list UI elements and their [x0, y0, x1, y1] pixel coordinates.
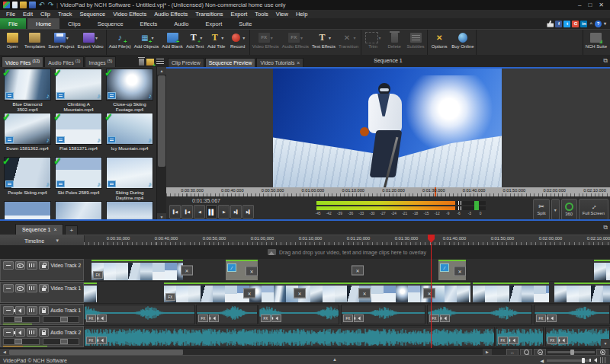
slider-handle[interactable] — [60, 339, 68, 344]
mixer-button[interactable] — [27, 284, 37, 292]
media-item-skiing-during-daytime-mp4[interactable]: ♪Skiing During Daytime.mp4 — [104, 157, 155, 201]
slider-handle[interactable] — [14, 339, 22, 344]
view-360-button[interactable]: 360 — [561, 199, 577, 220]
dropdown-icon[interactable]: ▾ — [379, 35, 381, 40]
audio-clip[interactable]: FX — [496, 327, 544, 346]
preview-seek-ruler[interactable]: 0:00:30.0000:00:40.0000:00:50.0000:01:00… — [166, 187, 610, 196]
speaker-icon[interactable] — [271, 315, 281, 322]
menu-audio-effects[interactable]: Audio Effects — [150, 11, 191, 18]
speaker-icon[interactable] — [209, 315, 219, 322]
scroll-up-icon[interactable]: ▲ — [157, 67, 166, 75]
menu-track[interactable]: Track — [54, 11, 75, 18]
media-item-blue-diamond-3502-mp4[interactable]: ♪✓Blue Diamond 3502.mp4 — [2, 69, 53, 113]
close-icon[interactable]: × — [297, 60, 300, 65]
tab-video-tutorials[interactable]: Video Tutorials× — [256, 58, 303, 67]
media-item-icy-mountain-mp4[interactable]: ♪✓Icy Mountain.mp4 — [104, 113, 155, 157]
tab-audio-files[interactable]: Audio Files (1) — [44, 56, 84, 67]
ribbon-tab-home[interactable]: Home — [27, 18, 59, 29]
collapse-track-button[interactable] — [3, 284, 14, 292]
collapse-track-button[interactable] — [3, 306, 14, 315]
options-button[interactable]: ✕Options — [429, 30, 450, 56]
like-icon[interactable] — [547, 21, 554, 27]
speaker-icon[interactable] — [547, 315, 557, 322]
tab-video-files[interactable]: Video Files (12) — [2, 56, 43, 67]
fx-icon[interactable]: FX — [165, 293, 175, 301]
go-to-start-button[interactable]: ▌◀ — [169, 205, 181, 219]
collapse-track-button[interactable] — [3, 328, 14, 337]
visibility-button[interactable] — [15, 284, 26, 292]
media-item[interactable]: ♪ — [104, 201, 155, 221]
fx-icon[interactable]: FX — [498, 337, 508, 344]
facebook-icon[interactable]: f — [555, 21, 562, 27]
fx-icon[interactable]: FX — [198, 315, 208, 322]
transition-icon[interactable]: ✕ — [352, 265, 364, 275]
lock-button[interactable] — [39, 306, 50, 315]
fx-icon[interactable]: FX — [547, 337, 557, 344]
fx-icon[interactable]: FX — [86, 315, 96, 322]
speaker-icon[interactable] — [354, 315, 364, 322]
export-video-button[interactable]: ▾Export Video — [75, 30, 104, 56]
menu-clip[interactable]: Clip — [37, 11, 54, 18]
video-clip[interactable]: ∕✕ — [438, 260, 466, 280]
volume-slider[interactable] — [43, 338, 79, 345]
list-view-icon[interactable] — [156, 59, 164, 65]
add-text-button[interactable]: T▾Add Text — [185, 30, 206, 56]
linkedin-icon[interactable]: in — [580, 21, 587, 27]
video-clip[interactable]: ∕✕ — [226, 260, 258, 280]
menu-video-effects[interactable]: Video Effects — [109, 11, 150, 18]
track-lane-video-track-2[interactable]: FX✕∕✕✕∕✕ — [84, 259, 610, 281]
previous-clip-button[interactable]: ▌◀ — [181, 205, 193, 219]
go-to-end-button[interactable]: ▶▌ — [242, 205, 254, 219]
transition-icon[interactable]: ✕ — [423, 289, 435, 299]
fx-icon[interactable]: FX — [93, 271, 103, 279]
mute-button[interactable] — [15, 328, 26, 337]
dropdown-icon[interactable]: ▾ — [242, 35, 245, 40]
save-icon[interactable] — [29, 2, 36, 8]
ribbon-tab-file[interactable]: File — [0, 18, 26, 29]
audio-clip[interactable]: FX — [196, 305, 258, 324]
twitter-icon[interactable]: t — [563, 21, 570, 27]
step-forward-button[interactable]: ▶ — [218, 205, 230, 219]
mute-button[interactable] — [15, 306, 26, 315]
add-title-button[interactable]: T▾Add Title — [206, 30, 227, 56]
dropdown-icon[interactable]: ▾ — [603, 21, 607, 27]
speaker-icon[interactable] — [558, 337, 568, 344]
volume-down-icon[interactable]: ◀ — [540, 358, 544, 363]
transition-icon[interactable]: ✕ — [454, 266, 466, 276]
zoom-slider[interactable] — [547, 351, 595, 353]
mixer-button[interactable] — [27, 261, 37, 270]
split-button[interactable]: ✂ Split — [533, 199, 549, 220]
audio-clip[interactable]: FX — [341, 305, 425, 324]
maximize-button[interactable]: □ — [588, 2, 592, 8]
lock-button[interactable] — [39, 261, 50, 270]
transition-icon[interactable]: ✕ — [294, 289, 306, 299]
add-folder-icon[interactable] — [146, 59, 154, 65]
close-button[interactable]: ✕ — [599, 2, 604, 8]
fx-icon[interactable]: FX — [343, 315, 353, 322]
media-item-climbing-a-mountain-mp4[interactable]: ♪✓Climbing A Mountain.mp4 — [53, 69, 104, 113]
video-clip[interactable]: FX✕✕✕✕ — [164, 283, 470, 302]
volume-slider[interactable] — [43, 316, 79, 323]
menu-tools[interactable]: Tools — [251, 11, 272, 18]
track-lane-audio-track-2[interactable]: FXFXFX — [84, 326, 610, 347]
media-scrollbar[interactable]: ▲ ▼ — [156, 67, 166, 221]
menu-transitions[interactable]: Transitions — [191, 11, 226, 18]
timeline-popout-icon[interactable]: ⧉ — [603, 224, 608, 231]
tab-sequence-preview[interactable]: Sequence Preview — [205, 58, 256, 67]
collapse-track-button[interactable] — [3, 261, 14, 270]
transition-icon[interactable]: ✕ — [181, 265, 193, 275]
templates-button[interactable]: Templates — [23, 30, 47, 56]
save-project-button[interactable]: ▾Save Project — [47, 30, 75, 56]
add-objects-button[interactable]: ▦▾Add Objects — [133, 30, 161, 56]
add-sequence-button[interactable]: + — [65, 225, 78, 235]
lock-button[interactable] — [39, 284, 50, 292]
transition-icon[interactable]: ✕ — [243, 289, 255, 299]
track-lane-video-track-1[interactable]: FX✕✕✕✕ — [84, 282, 610, 303]
open-icon[interactable] — [20, 2, 27, 8]
fx-icon[interactable]: FX — [536, 315, 546, 322]
dropdown-icon[interactable]: ▾ — [300, 35, 303, 40]
open-button[interactable]: Open — [2, 30, 23, 56]
slider-handle[interactable] — [14, 317, 22, 322]
timeline-mode-dropdown[interactable]: Timeline ▼ — [0, 235, 85, 246]
googleplus-icon[interactable]: G — [572, 21, 579, 27]
